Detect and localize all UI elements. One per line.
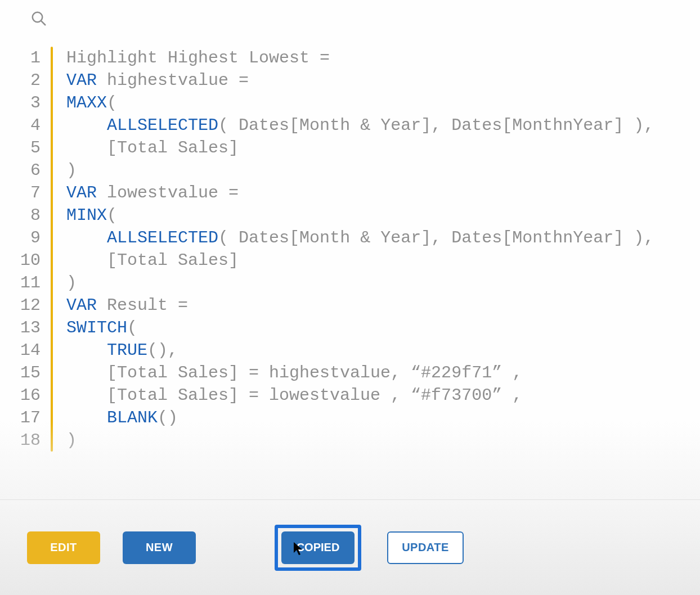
svg-line-1 [41,21,45,25]
line-number: 14 [20,339,41,362]
code-editor[interactable]: 123456789101112131415161718 Highlight Hi… [0,30,700,499]
code-line[interactable]: MAXX( [66,92,654,114]
line-number: 11 [20,272,41,294]
top-toolbar [0,0,700,30]
line-number: 16 [20,384,41,407]
code-line[interactable]: ALLSELECTED( Dates[Month & Year], Dates[… [66,114,654,137]
code-line[interactable]: ) [66,159,654,182]
code-line[interactable]: ALLSELECTED( Dates[Month & Year], Dates[… [66,227,654,249]
code-line[interactable]: [Total Sales] = highestvalue, “#229f71” … [66,362,654,384]
line-number: 1 [20,47,41,69]
line-number: 9 [20,227,41,249]
line-number: 8 [20,204,41,227]
line-number: 2 [20,69,41,92]
code-line[interactable]: BLANK() [66,407,654,429]
line-number: 17 [20,407,41,429]
code-line[interactable]: VAR lowestvalue = [66,182,654,204]
code-line[interactable]: ) [66,272,654,294]
line-number: 3 [20,92,41,114]
line-number: 5 [20,137,41,159]
gutter-bar [51,47,53,452]
code-content[interactable]: Highlight Highest Lowest =VAR highestval… [66,47,654,452]
line-number: 7 [20,182,41,204]
code-line[interactable]: ) [66,429,654,452]
code-line[interactable]: [Total Sales] = lowestvalue , “#f73700” … [66,384,654,407]
code-line[interactable]: [Total Sales] [66,249,654,272]
line-number: 18 [20,429,41,452]
line-number: 12 [20,294,41,317]
copied-button-highlight: COPIED [275,525,361,571]
copied-button[interactable]: COPIED [281,531,355,564]
code-line[interactable]: VAR Result = [66,294,654,317]
line-number: 15 [20,362,41,384]
line-number: 13 [20,317,41,339]
code-line[interactable]: [Total Sales] [66,137,654,159]
code-line[interactable]: SWITCH( [66,317,654,339]
code-line[interactable]: Highlight Highest Lowest = [66,47,654,69]
edit-button[interactable]: EDIT [27,531,100,564]
update-button[interactable]: UPDATE [387,531,464,564]
bottom-actions-bar: EDIT NEW COPIED UPDATE [0,499,700,595]
code-line[interactable]: TRUE(), [66,339,654,362]
new-button[interactable]: NEW [123,531,196,564]
line-number-gutter: 123456789101112131415161718 [20,47,51,452]
line-number: 6 [20,159,41,182]
line-number: 4 [20,114,41,137]
line-number: 10 [20,249,41,272]
code-line[interactable]: MINX( [66,204,654,227]
code-line[interactable]: VAR highestvalue = [66,69,654,92]
search-icon[interactable] [30,20,47,30]
